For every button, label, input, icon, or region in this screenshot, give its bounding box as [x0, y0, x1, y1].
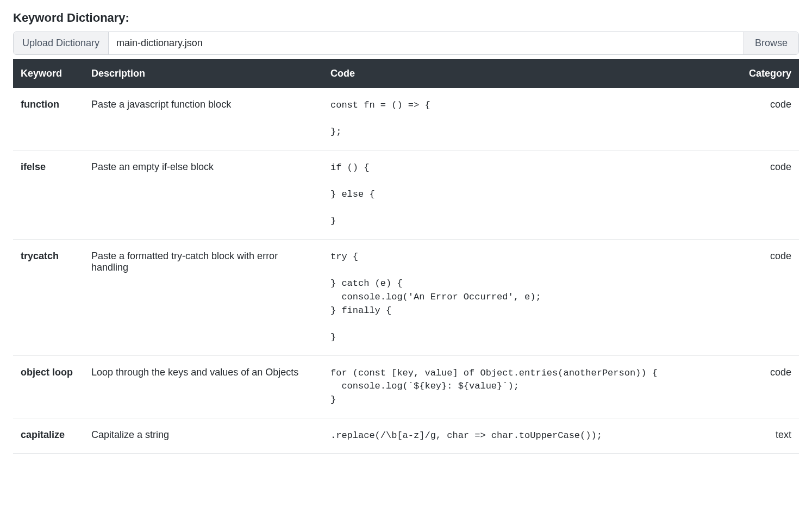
description-cell: Capitalize a string — [84, 418, 323, 454]
keyword-cell: object loop — [13, 355, 84, 418]
table-row: ifelsePaste an empty if-else blockif () … — [13, 150, 799, 239]
browse-button[interactable]: Browse — [744, 32, 798, 54]
col-header-description: Description — [84, 59, 323, 88]
dictionary-table: Keyword Description Code Category functi… — [13, 59, 799, 454]
category-cell: code — [739, 240, 799, 355]
keyword-cell: ifelse — [13, 150, 84, 239]
code-cell: if () { } else { } — [323, 150, 739, 239]
col-header-keyword: Keyword — [13, 59, 84, 88]
table-row: functionPaste a javascript function bloc… — [13, 88, 799, 150]
table-header-row: Keyword Description Code Category — [13, 59, 799, 88]
keyword-cell: trycatch — [13, 240, 84, 355]
category-cell: code — [739, 88, 799, 150]
upload-filename-input[interactable] — [109, 32, 744, 54]
upload-dictionary-group: Upload Dictionary Browse — [13, 32, 799, 55]
col-header-code: Code — [323, 59, 739, 88]
table-row: object loopLoop through the keys and val… — [13, 355, 799, 418]
description-cell: Paste an empty if-else block — [84, 150, 323, 239]
code-cell: const fn = () => { }; — [323, 88, 739, 150]
keyword-cell: capitalize — [13, 418, 84, 454]
description-cell: Paste a formatted try-catch block with e… — [84, 240, 323, 355]
col-header-category: Category — [739, 59, 799, 88]
code-cell: for (const [key, value] of Object.entrie… — [323, 355, 739, 418]
category-cell: code — [739, 150, 799, 239]
description-cell: Loop through the keys and values of an O… — [84, 355, 323, 418]
keyword-cell: function — [13, 88, 84, 150]
code-cell: .replace(/\b[a-z]/g, char => char.toUppe… — [323, 418, 739, 454]
upload-label: Upload Dictionary — [14, 32, 109, 54]
category-cell: code — [739, 355, 799, 418]
page-title: Keyword Dictionary: — [13, 11, 799, 25]
category-cell: text — [739, 418, 799, 454]
code-cell: try { } catch (e) { console.log('An Erro… — [323, 240, 739, 355]
table-row: trycatchPaste a formatted try-catch bloc… — [13, 240, 799, 355]
description-cell: Paste a javascript function block — [84, 88, 323, 150]
table-row: capitalizeCapitalize a string.replace(/\… — [13, 418, 799, 454]
